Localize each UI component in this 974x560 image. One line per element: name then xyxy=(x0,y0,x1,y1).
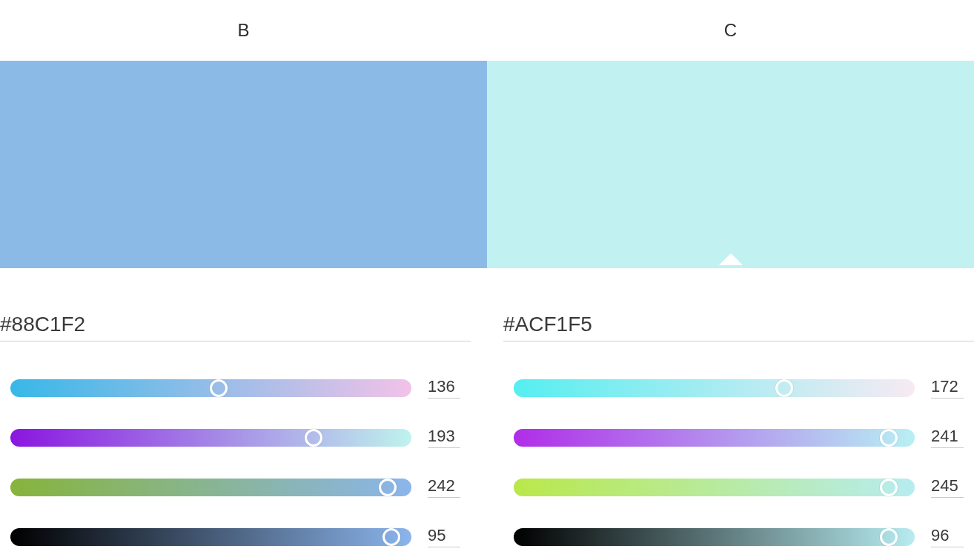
slider-thumb-b-3[interactable] xyxy=(382,528,400,546)
hex-input-b[interactable] xyxy=(0,311,471,341)
slider-row-c-1 xyxy=(514,427,964,448)
slider-thumb-b-0[interactable] xyxy=(210,379,228,397)
column-label-b[interactable]: B xyxy=(0,20,487,41)
slider-row-b-0 xyxy=(10,377,460,399)
slider-value-c-3[interactable] xyxy=(931,526,964,547)
slider-track-c-3[interactable] xyxy=(514,528,915,546)
slider-value-b-3[interactable] xyxy=(428,526,460,547)
editor-b xyxy=(0,311,471,560)
slider-thumb-b-2[interactable] xyxy=(379,479,397,496)
slider-value-c-1[interactable] xyxy=(931,427,964,448)
column-labels-row: B C xyxy=(0,0,974,61)
slider-track-c-2[interactable] xyxy=(514,479,915,496)
slider-track-b-0[interactable] xyxy=(10,379,411,397)
selected-indicator-icon xyxy=(719,253,743,265)
slider-thumb-c-0[interactable] xyxy=(775,379,793,397)
slider-thumb-c-1[interactable] xyxy=(880,429,898,447)
slider-value-b-0[interactable] xyxy=(428,377,460,399)
slider-track-b-1[interactable] xyxy=(10,429,411,447)
slider-thumb-c-2[interactable] xyxy=(880,479,898,496)
slider-row-c-3 xyxy=(514,526,964,547)
slider-row-b-3 xyxy=(10,526,460,547)
swatch-b[interactable] xyxy=(0,61,487,268)
swatch-c[interactable] xyxy=(487,61,974,268)
editor-c xyxy=(503,311,974,560)
slider-row-b-2 xyxy=(10,476,460,498)
slider-track-b-3[interactable] xyxy=(10,528,411,546)
slider-value-b-1[interactable] xyxy=(428,427,460,448)
editors-row xyxy=(0,311,974,560)
slider-track-b-2[interactable] xyxy=(10,479,411,496)
slider-row-b-1 xyxy=(10,427,460,448)
slider-track-c-0[interactable] xyxy=(514,379,915,397)
slider-thumb-b-1[interactable] xyxy=(305,429,322,447)
slider-thumb-c-3[interactable] xyxy=(880,528,898,546)
slider-value-c-2[interactable] xyxy=(931,476,964,498)
slider-value-c-0[interactable] xyxy=(931,377,964,399)
sliders-c xyxy=(503,377,974,547)
slider-row-c-0 xyxy=(514,377,964,399)
swatches-row xyxy=(0,61,974,268)
sliders-b xyxy=(0,377,471,547)
hex-input-c[interactable] xyxy=(503,311,974,341)
slider-row-c-2 xyxy=(514,476,964,498)
slider-track-c-1[interactable] xyxy=(514,429,915,447)
slider-value-b-2[interactable] xyxy=(428,476,460,498)
column-label-c[interactable]: C xyxy=(487,20,974,41)
